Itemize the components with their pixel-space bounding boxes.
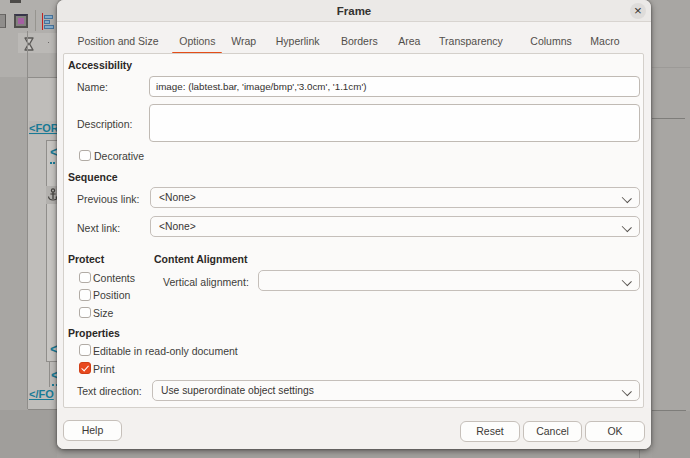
dialog-titlebar[interactable]: Frame ×: [57, 0, 651, 22]
chart-bars-icon[interactable]: [44, 15, 53, 19]
protect-size-label[interactable]: Size: [93, 307, 113, 319]
tab-transparency[interactable]: Transparency: [431, 32, 511, 55]
decorative-checkbox[interactable]: [79, 150, 91, 162]
dialog-tabbar: Position and Size Options Wrap Hyperlink…: [57, 23, 651, 54]
tab-columns[interactable]: Columns: [522, 32, 579, 55]
tab-macro[interactable]: Macro: [582, 32, 627, 55]
help-button[interactable]: Help: [63, 420, 122, 441]
anchor-icon: [47, 188, 58, 202]
insert-frame-icon-inner: [18, 18, 24, 24]
chart-bars-icon-axis: [42, 13, 44, 30]
content-alignment-heading: Content Alignment: [154, 253, 248, 265]
tab-hyperlink[interactable]: Hyperlink: [268, 32, 328, 55]
dialog-title: Frame: [57, 0, 651, 22]
next-link-label: Next link:: [77, 222, 120, 234]
document-text-form-open: <FOR: [29, 121, 61, 135]
next-link-select[interactable]: <None>: [150, 216, 640, 237]
hourglass-icon: [24, 37, 34, 51]
previous-link-label: Previous link:: [77, 193, 139, 205]
previous-link-select[interactable]: <None>: [150, 187, 640, 208]
text-direction-value: Use superordinate object settings: [161, 385, 314, 396]
previous-link-value: <None>: [159, 192, 196, 203]
print-label[interactable]: Print: [93, 363, 115, 375]
close-icon[interactable]: ×: [630, 3, 646, 19]
editable-readonly-label[interactable]: Editable in read-only document: [93, 345, 238, 357]
name-label: Name:: [77, 81, 108, 93]
tab-borders[interactable]: Borders: [333, 32, 386, 55]
accessibility-heading: Accessibility: [68, 59, 132, 71]
ok-button[interactable]: OK: [585, 421, 645, 442]
chart-bars-icon-bar2: [44, 20, 50, 24]
text-direction-label: Text direction:: [77, 385, 142, 397]
frame-dialog: Frame × Position and Size Options Wrap H…: [57, 0, 651, 449]
chevron-down-icon: [623, 224, 631, 232]
tab-area[interactable]: Area: [390, 32, 428, 55]
vertical-alignment-label: Vertical alignment:: [163, 276, 249, 288]
chevron-down-icon: [623, 195, 631, 203]
chevron-down-icon: [623, 278, 631, 286]
chevron-down-icon: [623, 388, 631, 396]
reset-button[interactable]: Reset: [460, 421, 520, 442]
chart-bars-icon-bar3: [44, 25, 54, 30]
protect-position-label[interactable]: Position: [93, 289, 130, 301]
document-text-form-close: </FO: [29, 388, 54, 400]
cancel-button[interactable]: Cancel: [523, 421, 582, 442]
description-textarea[interactable]: [149, 104, 640, 142]
description-label: Description:: [77, 118, 132, 130]
vertical-alignment-select[interactable]: [258, 270, 640, 291]
next-link-value: <None>: [159, 221, 196, 232]
tab-wrap[interactable]: Wrap: [223, 32, 264, 55]
tab-position-and-size[interactable]: Position and Size: [69, 32, 166, 55]
background-rule-right-2: [652, 118, 685, 120]
protect-contents-label[interactable]: Contents: [93, 272, 135, 284]
properties-heading: Properties: [68, 327, 120, 339]
toolbar-dot: [48, 42, 50, 44]
insert-frame-icon[interactable]: [14, 14, 29, 29]
background-below-dialog: [57, 449, 652, 458]
text-direction-select[interactable]: Use superordinate object settings: [152, 380, 640, 401]
name-input[interactable]: [149, 76, 640, 97]
protect-heading: Protect: [68, 253, 104, 265]
sequence-heading: Sequence: [68, 171, 118, 183]
protect-size-checkbox[interactable]: [79, 307, 91, 319]
protect-contents-checkbox[interactable]: [79, 272, 91, 284]
protect-position-checkbox[interactable]: [79, 289, 91, 301]
insert-object-icon[interactable]: [0, 14, 6, 28]
tab-options[interactable]: Options: [171, 32, 223, 55]
toolbar-separator: [35, 10, 36, 31]
print-checkbox[interactable]: [79, 362, 91, 374]
background-table-border: [639, 450, 640, 458]
decorative-label[interactable]: Decorative: [94, 150, 144, 162]
editable-readonly-checkbox[interactable]: [79, 344, 91, 356]
background-rule-right-1: [652, 67, 690, 68]
background-below-right: [652, 411, 690, 458]
toolbar-icon-fragment: [10, 0, 21, 3]
workspace-below-page: [0, 410, 58, 458]
